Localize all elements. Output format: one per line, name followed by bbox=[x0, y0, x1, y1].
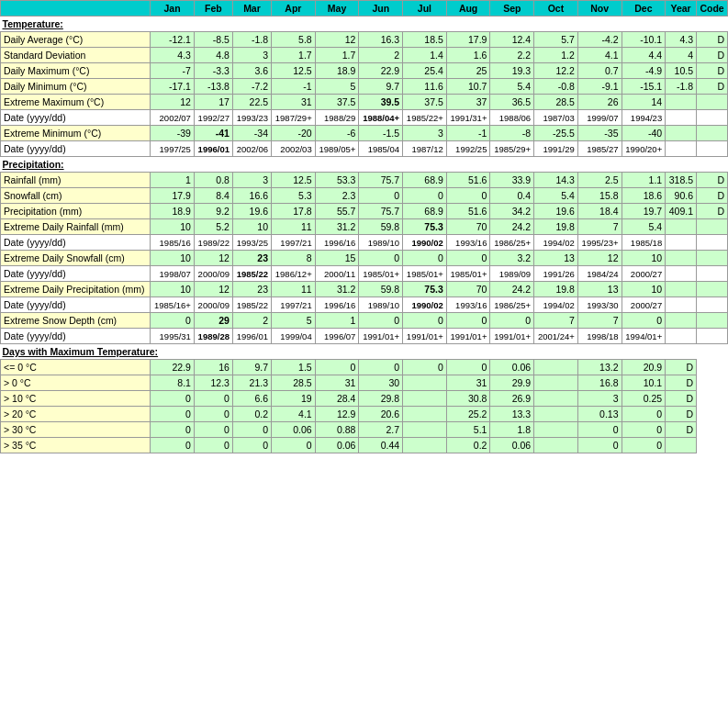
table-cell: 5.7 bbox=[534, 32, 578, 48]
table-cell: 8.4 bbox=[194, 188, 232, 204]
table-cell: 0 bbox=[577, 422, 622, 438]
table-cell: 1985/01+ bbox=[446, 266, 490, 282]
table-cell bbox=[697, 313, 728, 329]
table-cell: 3 bbox=[232, 173, 271, 188]
table-cell: 1991/01+ bbox=[446, 329, 490, 344]
table-cell: 1986/12+ bbox=[272, 266, 316, 282]
table-cell: 2.3 bbox=[315, 188, 359, 204]
table-cell: 18.5 bbox=[403, 32, 447, 48]
table-cell: -6 bbox=[315, 126, 359, 141]
table-cell: 1985/16 bbox=[151, 235, 195, 251]
table-cell: 19.7 bbox=[622, 204, 666, 219]
table-cell: 12.4 bbox=[490, 32, 534, 48]
table-cell: 17.9 bbox=[446, 32, 490, 48]
table-cell: 31 bbox=[272, 95, 316, 110]
table-cell: 4.3 bbox=[151, 48, 195, 63]
table-cell: D bbox=[697, 48, 728, 63]
table-cell: 10.7 bbox=[446, 79, 490, 95]
table-cell: D bbox=[697, 79, 728, 95]
table-cell: 20.6 bbox=[359, 407, 403, 422]
row-label: Daily Minimum (°C) bbox=[1, 79, 151, 95]
table-cell: 18.9 bbox=[315, 63, 359, 79]
table-cell: 17 bbox=[194, 95, 232, 110]
table-cell: 1989/09 bbox=[490, 266, 534, 282]
table-cell: -1 bbox=[446, 126, 490, 141]
table-cell: 1.7 bbox=[272, 48, 316, 63]
table-cell: -7.2 bbox=[232, 79, 271, 95]
table-cell: 15.8 bbox=[577, 188, 622, 204]
table-cell: 1.7 bbox=[315, 48, 359, 63]
table-cell: 0 bbox=[490, 313, 534, 329]
table-cell: 29.9 bbox=[490, 375, 534, 391]
table-cell: 4.4 bbox=[622, 48, 666, 63]
table-cell: -40 bbox=[622, 126, 666, 141]
table-cell: 15 bbox=[315, 251, 359, 266]
col-header-jan: Jan bbox=[151, 1, 195, 17]
table-cell: 13 bbox=[577, 282, 622, 297]
table-cell: 7 bbox=[577, 313, 622, 329]
table-cell: 17.9 bbox=[151, 188, 195, 204]
precipitation-section-header: Precipitation: bbox=[1, 157, 728, 173]
table-cell: 1991/31+ bbox=[446, 110, 490, 126]
row-label: Precipitation (mm) bbox=[1, 204, 151, 219]
table-row: Date (yyyy/dd)1985/16+2000/091985/221997… bbox=[1, 297, 728, 313]
table-cell: 2002/03 bbox=[272, 141, 316, 157]
table-cell bbox=[697, 219, 728, 235]
table-cell: 16.6 bbox=[232, 188, 271, 204]
row-label: Date (yyyy/dd) bbox=[1, 110, 151, 126]
table-cell: 5 bbox=[315, 79, 359, 95]
table-cell: 1987/03 bbox=[534, 110, 578, 126]
table-cell: 0 bbox=[446, 313, 490, 329]
table-cell: -13.8 bbox=[194, 79, 232, 95]
table-cell bbox=[697, 251, 728, 266]
table-row: Standard Deviation4.34.831.71.721.41.62.… bbox=[1, 48, 728, 63]
table-cell: -34 bbox=[232, 126, 271, 141]
table-cell: 25 bbox=[446, 63, 490, 79]
table-cell bbox=[666, 110, 697, 126]
table-cell: 2000/27 bbox=[622, 297, 666, 313]
col-header-oct: Oct bbox=[534, 1, 578, 17]
table-cell: D bbox=[666, 407, 697, 422]
table-cell: 34.2 bbox=[490, 204, 534, 219]
days-section-header: Days with Maximum Temperature: bbox=[1, 344, 697, 360]
table-cell: 6.6 bbox=[232, 391, 271, 407]
table-cell: -20 bbox=[272, 126, 316, 141]
table-row: Extreme Daily Rainfall (mm)105.2101131.2… bbox=[1, 219, 728, 235]
table-cell: 2 bbox=[232, 313, 271, 329]
table-cell: D bbox=[666, 391, 697, 407]
table-cell: 1990/02 bbox=[403, 297, 447, 313]
table-cell: 8 bbox=[272, 251, 316, 266]
table-cell: 0 bbox=[622, 438, 666, 453]
table-cell: 5.4 bbox=[534, 188, 578, 204]
table-cell: 1992/25 bbox=[446, 141, 490, 157]
table-cell: 0 bbox=[403, 251, 447, 266]
table-cell: 0 bbox=[272, 438, 316, 453]
table-cell: 10 bbox=[151, 219, 195, 235]
table-cell: 1993/16 bbox=[446, 235, 490, 251]
table-cell: -7 bbox=[151, 63, 195, 79]
row-label: Date (yyyy/dd) bbox=[1, 235, 151, 251]
table-cell bbox=[666, 438, 697, 453]
table-row: Extreme Minimum (°C)-39-41-34-20-6-1.53-… bbox=[1, 126, 728, 141]
table-cell: 23 bbox=[232, 282, 271, 297]
table-cell: 18.6 bbox=[622, 188, 666, 204]
col-header-jul: Jul bbox=[403, 1, 447, 17]
table-cell: 1994/01+ bbox=[622, 329, 666, 344]
table-cell: 70 bbox=[446, 219, 490, 235]
table-cell: 0 bbox=[151, 407, 195, 422]
table-cell: D bbox=[666, 422, 697, 438]
table-cell: 19.8 bbox=[534, 282, 578, 297]
table-cell: 1996/16 bbox=[315, 297, 359, 313]
table-row: Daily Maximum (°C)-7-3.33.612.518.922.92… bbox=[1, 63, 728, 79]
table-cell: D bbox=[666, 360, 697, 375]
table-cell: 53.3 bbox=[315, 173, 359, 188]
table-cell: 1995/23+ bbox=[577, 235, 622, 251]
table-cell: D bbox=[666, 375, 697, 391]
table-cell: -9.1 bbox=[577, 79, 622, 95]
table-cell: 75.7 bbox=[359, 173, 403, 188]
table-cell: 0.4 bbox=[490, 188, 534, 204]
table-cell: -10.1 bbox=[622, 32, 666, 48]
table-row: Date (yyyy/dd)2002/071992/271993/231987/… bbox=[1, 110, 728, 126]
table-cell: 5.4 bbox=[490, 79, 534, 95]
table-cell bbox=[697, 95, 728, 110]
